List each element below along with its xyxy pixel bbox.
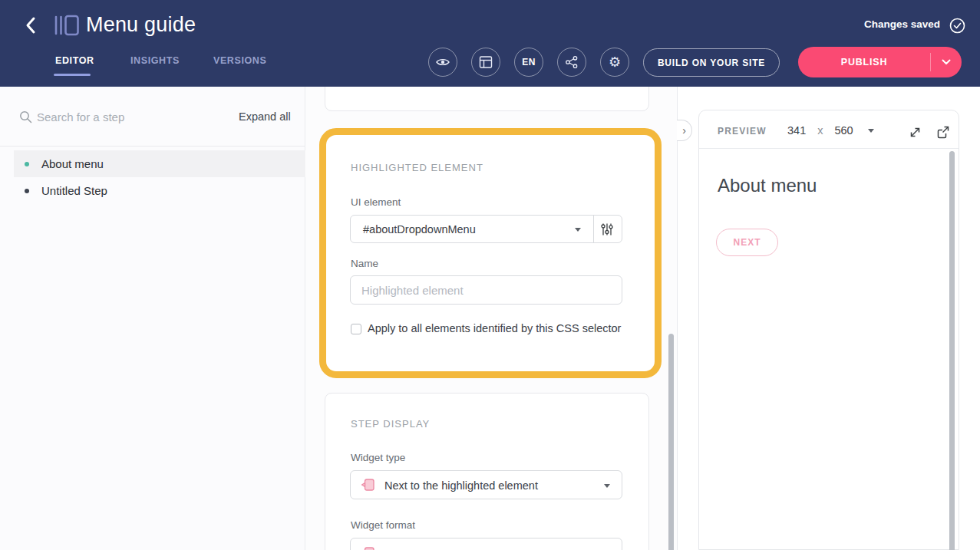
widget-format-select[interactable]	[350, 538, 622, 550]
active-tab-underline	[54, 74, 91, 76]
chevron-down-icon	[575, 228, 581, 232]
sliders-icon	[600, 222, 614, 236]
publish-label[interactable]: PUBLISH	[798, 47, 930, 77]
preview-next-button[interactable]: NEXT	[716, 229, 778, 256]
name-label: Name	[351, 258, 378, 269]
share-button[interactable]	[557, 48, 586, 77]
open-in-new-icon	[935, 125, 950, 140]
preview-width-value: 341	[787, 124, 806, 137]
preview-eye-button[interactable]	[428, 48, 457, 77]
ui-element-select[interactable]: #aboutDropdownMenu	[350, 215, 622, 243]
widget-type-select[interactable]: Next to the highlighted element	[350, 470, 622, 499]
sidebar-step-untitled[interactable]: Untitled Step	[14, 177, 305, 204]
ui-element-label: UI element	[351, 196, 401, 208]
chevron-right-icon: ›	[682, 124, 686, 137]
preview-size-select[interactable]: 341 x 560	[787, 124, 874, 137]
publish-dropdown-button[interactable]	[930, 47, 962, 77]
expand-arrows-icon	[908, 125, 922, 140]
changes-saved-status: Changes saved	[864, 18, 940, 30]
open-in-new-window-button[interactable]	[934, 124, 951, 140]
step-bullet-icon	[25, 162, 29, 166]
language-label: EN	[522, 57, 536, 68]
chevron-down-icon	[604, 484, 610, 488]
size-separator: x	[817, 124, 823, 137]
app-header: Menu guide Changes saved EDITOR INSIGHTS…	[0, 0, 980, 87]
step-label: About menu	[41, 157, 104, 170]
page-title: Menu guide	[86, 13, 196, 37]
section-title: STEP DISPLAY	[351, 418, 430, 430]
expand-preview-button[interactable]	[906, 124, 923, 140]
chevron-down-icon	[868, 129, 874, 133]
settings-button[interactable]: ⚙	[600, 48, 629, 77]
tooltip-widget-icon	[360, 477, 376, 496]
apply-all-label: Apply to all elements identified by this…	[368, 322, 621, 334]
section-title: HIGHLIGHTED ELEMENT	[351, 162, 483, 173]
name-input[interactable]	[350, 275, 622, 305]
expand-all-link[interactable]: Expand all	[239, 110, 291, 123]
step-bullet-icon	[25, 189, 29, 193]
preview-step-title: About menu	[718, 175, 817, 196]
control-divider	[593, 216, 594, 242]
share-icon	[565, 55, 579, 69]
back-chevron-icon	[25, 16, 36, 35]
search-input[interactable]	[37, 108, 190, 125]
gear-icon: ⚙	[609, 55, 621, 69]
apply-all-checkbox[interactable]	[351, 324, 361, 334]
guide-logo-icon	[54, 14, 80, 40]
build-on-your-site-button[interactable]: BUILD ON YOUR SITE	[643, 48, 780, 77]
sidebar-divider	[0, 146, 305, 147]
chevron-down-icon	[942, 59, 951, 65]
search-icon	[19, 110, 32, 127]
widget-format-label: Widget format	[351, 519, 415, 531]
layout-button[interactable]	[471, 48, 500, 77]
tooltip-widget-icon	[360, 545, 376, 550]
language-button[interactable]: EN	[514, 48, 543, 77]
publish-button[interactable]: PUBLISH	[798, 47, 962, 77]
widget-type-label: Widget type	[351, 452, 405, 463]
step-label: Untitled Step	[41, 184, 107, 197]
tab-insights[interactable]: INSIGHTS	[130, 55, 180, 66]
ui-element-value: #aboutDropdownMenu	[363, 223, 476, 235]
element-selector-settings-button[interactable]	[599, 221, 615, 238]
tab-versions[interactable]: VERSIONS	[213, 55, 266, 66]
preview-header-divider	[699, 148, 959, 149]
check-circle-icon	[949, 18, 965, 37]
preview-title: PREVIEW	[718, 126, 767, 137]
layout-icon	[479, 55, 493, 69]
widget-type-value: Next to the highlighted element	[384, 479, 538, 492]
tab-editor[interactable]: EDITOR	[55, 55, 94, 66]
editor-scrollbar[interactable]	[668, 334, 674, 550]
sidebar-step-about-menu[interactable]: About menu	[14, 150, 305, 177]
back-button[interactable]	[21, 15, 40, 35]
preview-height-value: 560	[834, 124, 853, 137]
preview-scrollbar[interactable]	[949, 151, 955, 550]
eye-icon	[435, 54, 450, 70]
